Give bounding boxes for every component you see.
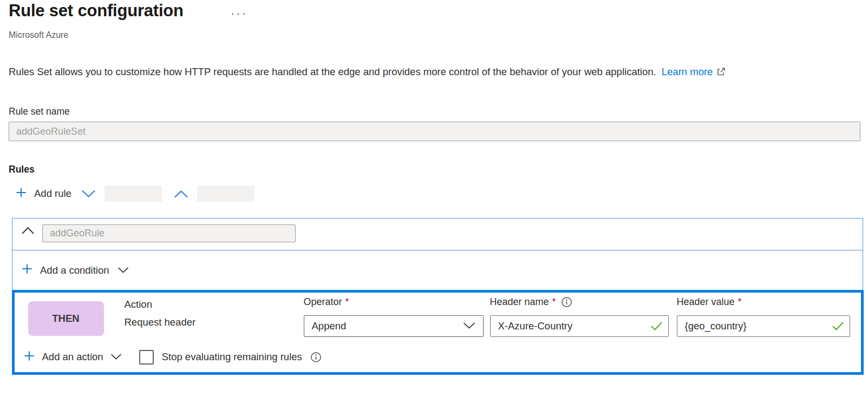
- stop-evaluating-checkbox[interactable]: [139, 350, 154, 365]
- learn-more-link[interactable]: Learn more: [662, 66, 726, 77]
- page-title: Rule set configuration: [9, 1, 184, 21]
- header-value-label: Header value *: [677, 295, 850, 309]
- plus-icon: [15, 187, 27, 201]
- chevron-up-icon[interactable]: [173, 189, 190, 198]
- header-value-field-group: Header value *: [677, 295, 850, 337]
- add-condition-button[interactable]: Add a condition: [21, 263, 109, 277]
- header-name-field-group: Header name *: [490, 295, 669, 337]
- action-label: Action: [125, 295, 196, 313]
- chevron-down-icon[interactable]: [118, 264, 129, 276]
- action-section-highlighted: THEN Action Request header Operator * Ap…: [12, 290, 864, 375]
- operator-dropdown[interactable]: Append: [304, 315, 484, 337]
- add-rule-button[interactable]: Add rule: [15, 187, 71, 201]
- add-condition-row: Add a condition: [12, 250, 863, 290]
- rule-header-row: [12, 219, 863, 250]
- rule-set-name-input: [9, 122, 860, 141]
- operator-label: Operator *: [304, 295, 484, 309]
- action-summary: Action Request header: [125, 295, 196, 331]
- rule-set-configuration-page: Rule set configuration ··· Microsoft Azu…: [0, 0, 868, 417]
- plus-icon: [21, 263, 33, 277]
- action-value: Request header: [125, 313, 196, 331]
- add-rule-toolbar: Add rule: [15, 184, 254, 203]
- required-marker: *: [738, 296, 742, 308]
- header-value-input[interactable]: [677, 315, 850, 337]
- collapse-rule-chevron-up-icon[interactable]: [20, 226, 36, 235]
- more-options-button[interactable]: ···: [226, 5, 252, 22]
- chevron-down-icon: [463, 320, 475, 332]
- rule-set-name-label: Rule set name: [9, 106, 70, 117]
- stop-evaluating-label: Stop evaluating remaining rules: [162, 351, 302, 363]
- app-subtitle: Microsoft Azure: [9, 30, 68, 40]
- description-body: Rules Set allows you to customize how HT…: [9, 66, 656, 77]
- plus-icon: [23, 350, 35, 365]
- rule-name-input: [42, 224, 296, 242]
- chevron-down-icon[interactable]: [110, 351, 122, 363]
- move-rule-up-placeholder: [197, 186, 254, 202]
- header-name-input[interactable]: [490, 315, 669, 337]
- chevron-down-icon[interactable]: [80, 189, 97, 198]
- rules-section-label: Rules: [9, 164, 35, 175]
- add-action-button[interactable]: Add an action: [23, 350, 103, 365]
- header-name-label: Header name *: [490, 295, 669, 309]
- required-marker: *: [345, 296, 349, 308]
- info-circle-icon[interactable]: [561, 296, 572, 308]
- description-text: Rules Set allows you to customize how HT…: [9, 66, 726, 79]
- add-action-row: Add an action Stop evaluating remaining …: [23, 347, 322, 367]
- then-badge: THEN: [28, 301, 104, 336]
- rule-card: Add a condition THEN Action Request head…: [12, 218, 863, 375]
- operator-field-group: Operator * Append: [304, 295, 484, 337]
- required-marker: *: [552, 296, 556, 308]
- external-link-icon: [716, 67, 726, 78]
- info-circle-icon[interactable]: [310, 352, 322, 363]
- move-rule-down-placeholder: [105, 186, 162, 202]
